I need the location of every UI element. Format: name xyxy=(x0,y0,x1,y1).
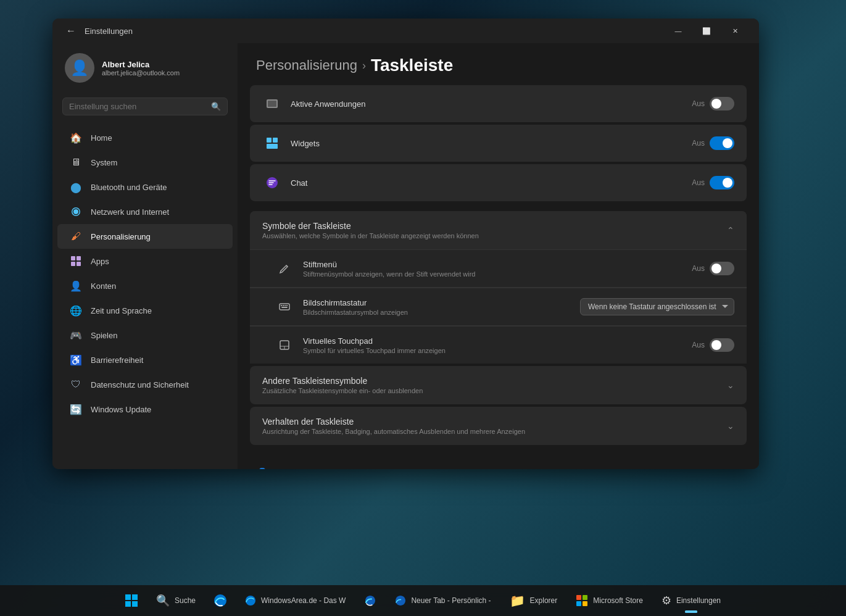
sidebar-item-label-bluetooth: Bluetooth und Geräte xyxy=(91,183,167,192)
sidebar-item-apps[interactable]: Apps xyxy=(57,249,233,273)
personalization-icon: 🖌 xyxy=(70,230,82,243)
sidebar-item-windows-update[interactable]: 🔄 Windows Update xyxy=(57,397,233,422)
sidebar-item-label-privacy: Datenschutz und Sicherheit xyxy=(91,380,189,389)
taskbar-settings[interactable]: ⚙ Einstellungen xyxy=(654,587,728,614)
symbole-section-header[interactable]: Symbole der Taskleiste Auswählen, welche… xyxy=(250,211,747,249)
sidebar-item-network[interactable]: Netzwerk und Internet xyxy=(57,199,233,224)
sidebar-item-gaming[interactable]: 🎮 Spielen xyxy=(57,323,233,348)
touchpad-toggle-label: Aus xyxy=(692,341,705,349)
sidebar-item-bluetooth[interactable]: ⬤ Bluetooth und Geräte xyxy=(57,175,233,199)
chat-icon xyxy=(262,173,282,193)
sidebar-item-privacy[interactable]: 🛡 Datenschutz und Sicherheit xyxy=(57,372,233,397)
taskbar-search[interactable]: 🔍 Suche xyxy=(149,587,203,614)
bildschirm-dropdown[interactable]: Wenn keine Tastatur angeschlossen ist Im… xyxy=(580,298,734,315)
time-icon: 🌐 xyxy=(70,304,82,317)
taskbar-edge[interactable] xyxy=(357,587,384,614)
verhalten-section-title: Verhalten der Taskleiste xyxy=(262,417,727,427)
bildschirm-text: Bildschirmtastatur Bildschirmtastatursym… xyxy=(303,298,580,316)
taskbar-newtab[interactable]: Neuer Tab - Persönlich - xyxy=(388,587,498,614)
taskbar-search-icon: 🔍 xyxy=(156,594,170,607)
search-container: 🔍 xyxy=(52,93,238,125)
sidebar-item-system[interactable]: 🖥 System xyxy=(57,150,233,175)
touchpad-toggle-container: Aus xyxy=(692,338,734,352)
taskbar-windowsarea-label: WindowsArea.de - Das W xyxy=(261,596,346,605)
taskbar-store[interactable]: Microsoft Store xyxy=(568,587,650,614)
taskbar-edge-pro[interactable] xyxy=(207,587,234,614)
taskbar-explorer-icon: 📁 xyxy=(510,593,525,608)
sidebar-item-label-personalization: Personalisierung xyxy=(91,232,151,241)
close-button[interactable]: ✕ xyxy=(721,21,749,41)
touchpad-toggle[interactable] xyxy=(710,338,734,352)
sidebar-item-label-accessibility: Barrierefreiheit xyxy=(91,356,143,365)
svg-rect-19 xyxy=(125,594,131,600)
stiftmenu-toggle-label: Aus xyxy=(692,264,705,273)
sidebar-item-accounts[interactable]: 👤 Konten xyxy=(57,273,233,298)
sidebar-item-accessibility[interactable]: ♿ Barrierefreiheit xyxy=(57,348,233,372)
svg-rect-28 xyxy=(583,601,587,606)
taskbar-settings-label: Einstellungen xyxy=(676,596,721,605)
andere-section-header[interactable]: Andere Taskleistensymbole Zusätzliche Ta… xyxy=(250,366,747,404)
taskbar-windowsarea[interactable]: WindowsArea.de - Das W xyxy=(238,587,353,614)
taskbar-explorer-label: Explorer xyxy=(530,596,558,605)
widgets-toggle[interactable] xyxy=(710,136,734,150)
start-button[interactable] xyxy=(118,587,145,614)
chat-row: Chat Aus xyxy=(250,164,747,201)
help-link[interactable]: 👤 Hilfe anfordern xyxy=(256,467,740,469)
stiftmenu-toggle-container: Aus xyxy=(692,262,734,275)
main-content: Personalisierung › Taskleiste xyxy=(238,43,759,469)
active-apps-row: Aktive Anwendungen Aus xyxy=(250,85,747,122)
widgets-toggle-container: Aus xyxy=(692,136,734,150)
svg-rect-11 xyxy=(281,305,282,306)
sidebar-item-label-system: System xyxy=(91,158,117,167)
chat-toggle-label: Aus xyxy=(692,178,705,187)
help-icon: 👤 xyxy=(256,467,268,469)
content-area: 👤 Albert Jelica albert.jelica@outlook.co… xyxy=(52,43,759,469)
verhalten-section-header[interactable]: Verhalten der Taskleiste Ausrichtung der… xyxy=(250,407,747,445)
settings-section: Aktive Anwendungen Aus xyxy=(238,85,759,445)
taskbar-search-label: Suche xyxy=(175,596,196,605)
svg-rect-8 xyxy=(267,144,278,149)
stiftmenu-subtitle: Stiftmenüsymbol anzeigen, wenn der Stift… xyxy=(303,270,692,278)
search-input[interactable] xyxy=(69,102,206,111)
avatar: 👤 xyxy=(65,53,94,83)
apps-icon xyxy=(70,255,82,267)
help-label: Hilfe anfordern xyxy=(275,468,327,469)
maximize-button[interactable]: ⬜ xyxy=(692,21,721,41)
footer-links: 👤 Hilfe anfordern 📝 Feedback senden xyxy=(238,455,759,469)
user-profile: 👤 Albert Jelica albert.jelica@outlook.co… xyxy=(52,43,238,93)
taskbar-settings-icon: ⚙ xyxy=(661,594,671,607)
sidebar-item-home[interactable]: 🏠 Home xyxy=(57,125,233,150)
minimize-button[interactable]: — xyxy=(664,21,692,41)
chat-toggle[interactable] xyxy=(710,176,734,189)
breadcrumb: Personalisierung › Taskleiste xyxy=(238,43,759,85)
svg-rect-22 xyxy=(132,601,138,607)
taskbar-explorer[interactable]: 📁 Explorer xyxy=(502,587,565,614)
sidebar-item-time[interactable]: 🌐 Zeit und Sprache xyxy=(57,298,233,323)
symbole-section-subtitle: Auswählen, welche Symbole in der Tasklei… xyxy=(262,232,727,239)
bluetooth-icon: ⬤ xyxy=(70,181,82,193)
gaming-icon: 🎮 xyxy=(70,329,82,341)
verhalten-section-subtitle: Ausrichtung der Taskleiste, Badging, aut… xyxy=(262,428,727,435)
stiftmenu-toggle[interactable] xyxy=(710,262,734,275)
svg-rect-7 xyxy=(273,138,278,143)
active-apps-toggle[interactable] xyxy=(710,97,734,110)
active-apps-toggle-container: Aus xyxy=(692,97,734,110)
back-button[interactable]: ← xyxy=(62,22,80,40)
widgets-title: Widgets xyxy=(291,139,692,148)
sidebar-item-label-time: Zeit und Sprache xyxy=(91,306,152,315)
touchpad-title: Virtuelles Touchpad xyxy=(303,336,692,346)
sidebar-item-personalization[interactable]: 🖌 Personalisierung xyxy=(57,224,233,249)
privacy-icon: 🛡 xyxy=(70,378,82,391)
sidebar-item-label-gaming: Spielen xyxy=(91,331,117,340)
stiftmenu-row: Stiftmenü Stiftmenüsymbol anzeigen, wenn… xyxy=(250,249,747,288)
widgets-icon xyxy=(262,133,282,153)
active-apps-text: Aktive Anwendungen xyxy=(291,99,692,109)
svg-rect-12 xyxy=(283,305,284,306)
sidebar-item-label-home: Home xyxy=(91,133,112,143)
svg-rect-20 xyxy=(132,594,138,600)
taskbar: 🔍 Suche WindowsArea.de - Das W Neuer xyxy=(0,585,846,616)
svg-rect-27 xyxy=(576,601,581,606)
active-apps-card: Aktive Anwendungen Aus xyxy=(250,85,747,122)
window-controls: — ⬜ ✕ xyxy=(664,21,749,41)
breadcrumb-parent: Personalisierung xyxy=(256,57,357,73)
